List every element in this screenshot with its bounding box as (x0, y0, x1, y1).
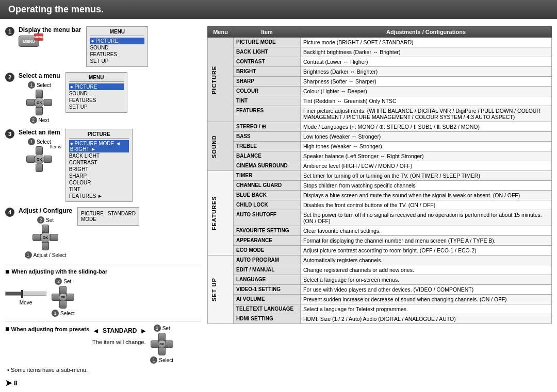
table-cell-item: APPEARANCE (234, 236, 301, 246)
table-cell-adjustment: Speaker balance (Left Stronger ↔ Right S… (301, 151, 552, 161)
table-cell-item: SHARP (234, 77, 301, 87)
menu-item-picture: ● PICTURE (90, 38, 144, 44)
step-3-select-label: Select (37, 139, 51, 145)
table-row: CONTRASTContrast (Lower ↔ Higher) (208, 57, 552, 67)
table-row: CHILD LOCKDisables the front control but… (208, 200, 552, 210)
presets-select-label: Select (159, 357, 173, 363)
table-row: BRIGHTBrightness (Darker ↔ Brighter) (208, 67, 552, 77)
move-label: Move (20, 300, 32, 305)
step-2-number: 2 (5, 73, 14, 82)
table-cell-item: LANGUAGE (234, 275, 301, 285)
step-2-next-label: Next (39, 117, 50, 123)
table-cell-adjustment: Backlight brightness (Darker ↔ Brighter) (301, 47, 552, 57)
step-4-number: 4 (5, 208, 14, 217)
step-2: 2 Select a menu 1 Select (5, 72, 201, 124)
table-cell-adjustment: Automatically registers channels. (301, 255, 552, 265)
table-row: AUTO SHUTOFFSet the power to turn off if… (208, 210, 552, 226)
table-row: FAVOURITE SETTINGClear favourite channel… (208, 226, 552, 236)
table-cell-item: FAVOURITE SETTING (234, 226, 301, 236)
menu-screenshot-1b: MENU ● PICTURE SOUND FEATURES SET UP (65, 72, 127, 113)
menu-table: Menu Item Adjustments / Configurations P… (207, 26, 552, 324)
table-cell-adjustment: Format for displaying the channel number… (301, 236, 552, 246)
page-number-display: ➤ 8 (5, 378, 201, 388)
sliding-set-label: Set (63, 279, 71, 284)
menu-button-label: MENU (23, 39, 35, 44)
table-cell-item: STEREO / ⊞ (234, 122, 301, 132)
step-3-label: Select an item (19, 129, 60, 136)
items-label: Items (50, 144, 61, 149)
table-cell-adjustment: Disables the front control buttons of th… (301, 200, 552, 210)
step-3: 3 Select an item 1 Select (5, 129, 201, 202)
col-adjustments: Adjustments / Configurations (301, 27, 552, 38)
section-label-set up: SET UP (208, 255, 234, 324)
table-cell-item: COLOUR (234, 87, 301, 96)
table-cell-item: HDMI SETTING (234, 314, 301, 324)
table-cell-item: BRIGHT (234, 67, 301, 77)
table-row: SOUNDSTEREO / ⊞Mode / Languages (○: MONO… (208, 122, 552, 132)
section-label-features: FEATURES (208, 171, 234, 255)
page-title: Operating the menus. (8, 4, 549, 15)
table-cell-adjustment: Finer picture adjustments. (WHITE BALANC… (301, 106, 552, 122)
col-menu: Menu (208, 27, 234, 38)
dpad-step4: OK (32, 225, 58, 250)
table-row: APPEARANCEFormat for displaying the chan… (208, 236, 552, 246)
table-cell-item: AUTO SHUTOFF (234, 210, 301, 226)
step-2-select-label: Select (37, 82, 51, 88)
table-cell-adjustment: Change registered channels or add new on… (301, 265, 552, 275)
table-cell-item: BASS (234, 132, 301, 142)
table-cell-item: CINEMA SURROUND (234, 161, 301, 171)
menu-title-1: MENU (90, 29, 144, 36)
table-row: LANGUAGESelect a language for on-screen … (208, 275, 552, 285)
table-cell-item: BALANCE (234, 151, 301, 161)
right-column: Menu Item Adjustments / Configurations P… (207, 26, 552, 388)
table-cell-item: TELETEXT LANGUAGE (234, 304, 301, 314)
step-2-label: Select a menu (19, 72, 60, 79)
sliding-bar-title: When adjusting with the sliding-bar (11, 268, 107, 275)
section-label-sound: SOUND (208, 122, 234, 171)
table-row: SHARPSharpness (Softer ↔ Sharper) (208, 77, 552, 87)
bullet-item-0: Some items have a sub-menu. (7, 367, 201, 373)
table-row: BLUE BACKDisplays a blue screen and mute… (208, 191, 552, 200)
table-cell-item: BLUE BACK (234, 191, 301, 200)
step-4: 4 Adjust / Configure 2 Set (5, 207, 201, 259)
dpad-presets: OK (151, 333, 173, 355)
step-4-annotation-set: 2 Set (37, 216, 54, 224)
left-column: 1 Display the menu bar MENU MENU (5, 26, 201, 388)
table-cell-adjustment: Adjust picture contrast according to roo… (301, 246, 552, 255)
step-4-set-label: Set (46, 217, 54, 223)
table-cell-adjustment: Clear favourite channel settings. (301, 226, 552, 236)
table-cell-adjustment: HDMI: Size (1 / 2 / Auto) Audio (DIGITAL… (301, 314, 552, 324)
table-cell-adjustment: Select a language for Teletext programme… (301, 304, 552, 314)
table-row: FEATURESTIMERSet timer for turning off o… (208, 171, 552, 181)
table-cell-item: CHANNEL GUARD (234, 181, 301, 191)
table-row: ECO MODEAdjust picture contrast accordin… (208, 246, 552, 255)
step-1: 1 Display the menu bar MENU MENU (5, 26, 201, 67)
table-cell-item: CONTRAST (234, 57, 301, 67)
step-4-adjust-label: Adjust / Select (34, 252, 67, 258)
table-cell-adjustment: Prevent sudden increase or decrease of s… (301, 295, 552, 304)
menu-screenshot-2: PICTURE ● PICTURE MODE ◄ BRIGHT ► BACK L… (65, 129, 133, 202)
table-cell-adjustment: Low tones (Weaker ↔ Stronger) (301, 132, 552, 142)
step-3-number: 3 (5, 129, 14, 139)
table-row: PICTUREPICTURE MODEPicture mode (BRIGHT … (208, 38, 552, 47)
table-cell-item: TINT (234, 96, 301, 106)
table-row: COLOURColour (Lighter ↔ Deeper) (208, 87, 552, 96)
table-cell-adjustment: Select a language for on-screen menus. (301, 275, 552, 285)
table-row: VIDEO-1 SETTINGFor use with video player… (208, 285, 552, 295)
table-cell-item: FEATURES (234, 106, 301, 122)
table-cell-adjustment: Stops children from watching specific ch… (301, 181, 552, 191)
table-cell-item: PICTURE MODE (234, 38, 301, 47)
table-row: CHANNEL GUARDStops children from watchin… (208, 181, 552, 191)
step-2-annotation-next: 2 Next (30, 116, 50, 124)
section-label-picture: PICTURE (208, 38, 234, 122)
table-row: EDIT / MANUALChange registered channels … (208, 265, 552, 275)
table-cell-adjustment: Brightness (Darker ↔ Brighter) (301, 67, 552, 77)
page-header: Operating the menus. (0, 0, 557, 19)
table-row: TREBLEHigh tones (Weaker ↔ Stronger) (208, 142, 552, 151)
table-cell-item: EDIT / MANUAL (234, 265, 301, 275)
step-4-label: Adjust / Configure (19, 207, 72, 214)
table-cell-adjustment: High tones (Weaker ↔ Stronger) (301, 142, 552, 151)
table-cell-adjustment: Ambience level (HIGH / LOW / MONO / OFF) (301, 161, 552, 171)
standard-nav: ◄ STANDARD ► (92, 327, 147, 335)
dpad-step3: OK (26, 146, 52, 172)
